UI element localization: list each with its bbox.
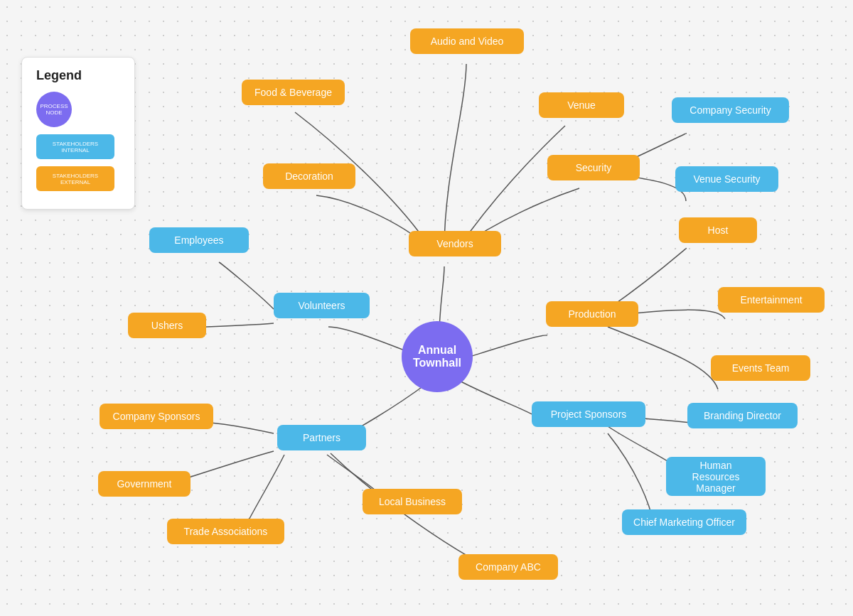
node-hr-manager[interactable]: Human Resources Manager xyxy=(666,457,766,496)
node-local-business[interactable]: Local Business xyxy=(363,489,462,514)
legend-external-node: STAKEHOLDERS EXTERNAL xyxy=(36,166,114,191)
legend: Legend PROCESS NODE STAKEHOLDERS INTERNA… xyxy=(21,57,135,210)
node-production[interactable]: Production xyxy=(546,301,638,327)
node-ushers[interactable]: Ushers xyxy=(128,313,206,338)
node-security[interactable]: Security xyxy=(547,155,640,180)
legend-title: Legend xyxy=(36,68,120,83)
legend-circle-item: PROCESS NODE xyxy=(36,92,120,127)
node-employees[interactable]: Employees xyxy=(149,227,249,253)
node-company-sponsors[interactable]: Company Sponsors xyxy=(100,404,213,429)
center-node[interactable]: Annual Townhall xyxy=(402,321,473,392)
node-venue[interactable]: Venue xyxy=(539,92,624,118)
node-events-team[interactable]: Events Team xyxy=(711,355,810,381)
node-project-sponsors[interactable]: Project Sponsors xyxy=(532,401,645,427)
node-entertainment[interactable]: Entertainment xyxy=(718,287,825,313)
node-volunteers[interactable]: Volunteers xyxy=(274,293,370,318)
legend-blue-item: STAKEHOLDERS INTERNAL xyxy=(36,134,120,159)
legend-process-node: PROCESS NODE xyxy=(36,92,72,127)
node-cmo[interactable]: Chief Marketing Officer xyxy=(622,509,746,535)
node-vendors[interactable]: Vendors xyxy=(409,231,501,256)
node-government[interactable]: Government xyxy=(98,471,191,497)
node-company-security[interactable]: Company Security xyxy=(672,97,789,123)
node-decoration[interactable]: Decoration xyxy=(263,163,355,189)
node-branding-director[interactable]: Branding Director xyxy=(687,403,798,428)
node-host[interactable]: Host xyxy=(679,217,757,243)
node-partners[interactable]: Partners xyxy=(277,425,366,450)
node-venue-security[interactable]: Venue Security xyxy=(675,166,778,192)
legend-internal-node: STAKEHOLDERS INTERNAL xyxy=(36,134,114,159)
node-trade-associations[interactable]: Trade Associations xyxy=(167,519,284,544)
node-company-abc[interactable]: Company ABC xyxy=(458,554,558,580)
node-audio-video[interactable]: Audio and Video xyxy=(410,28,524,54)
legend-orange-item: STAKEHOLDERS EXTERNAL xyxy=(36,166,120,191)
node-food-beverage[interactable]: Food & Beverage xyxy=(242,80,345,105)
